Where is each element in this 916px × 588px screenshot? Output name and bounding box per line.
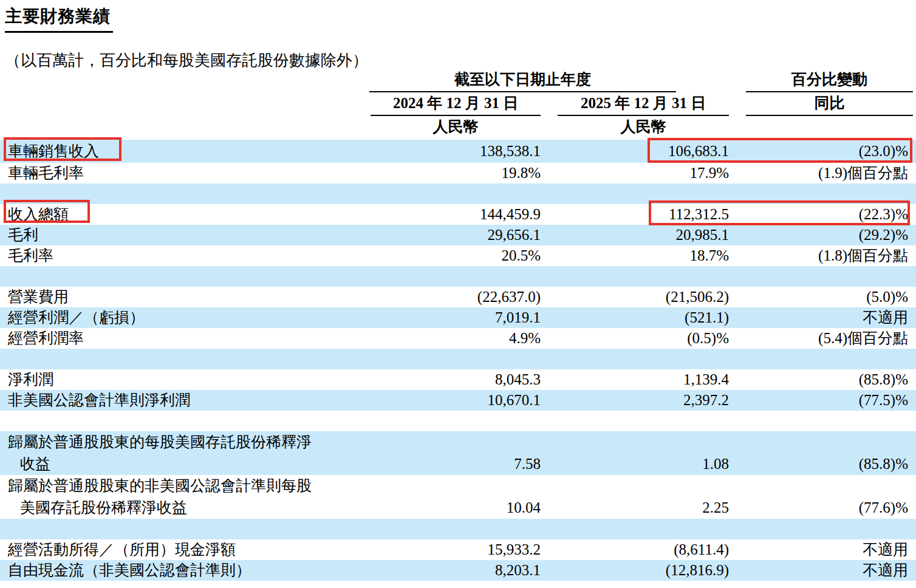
value-2025: 1.08 [541,453,729,475]
value-2024: 8,203.1 [371,560,541,581]
value-2024: 10.04 [371,497,541,519]
table-row: 自由現金流（非美國公認會計準則）8,203.1(12,816.9)不適用 [0,560,916,581]
table-row: 毛利29,656.120,985.1(29.2)% [0,225,916,245]
table-row: 淨利潤8,045.31,139.4(85.8)% [0,369,916,390]
highlight-box-total-revenue-label [4,200,90,223]
row-label: 歸屬於普通股股東的每股美國存託股份稀釋淨收益 [0,431,371,475]
value-change: (85.8)% [729,369,908,390]
row-label: 非美國公認會計準則淨利潤 [0,390,371,411]
table-row: 歸屬於普通股股東的非美國公認會計準則每股美國存託股份稀釋淨收益10.042.25… [0,475,916,519]
table-row: 非美國公認會計準則淨利潤10,670.12,397.2(77.5)% [0,390,916,411]
value-2025: 18.7% [541,245,729,266]
value-2025: 2.25 [541,497,729,519]
header-date-2024: 2024 年 12 月 31 日 [371,92,541,114]
value-2024: 144,459.9 [371,204,541,225]
highlight-box-total-revenue-values [649,200,910,225]
row-label: 毛利率 [0,245,371,266]
value-2025: (21,506.2) [541,287,729,307]
value-2024: 10,670.1 [371,390,541,411]
value-2025: (521.1) [541,307,729,328]
value-change: (5.4)個百分點 [729,328,908,349]
value-2025: (0.5)% [541,328,729,349]
row-label: 營業費用 [0,287,371,307]
header-percent-change-group: 百分比變動 [746,69,913,91]
table-row: 車輛毛利率19.8%17.9%(1.9)個百分點 [0,163,916,183]
header-rule-yoy [746,115,913,116]
table-spacer-row [0,411,916,431]
row-label: 經營利潤／（虧損） [0,307,371,328]
table-row: 經營利潤率4.9%(0.5)%(5.4)個百分點 [0,328,916,349]
row-label: 車輛毛利率 [0,163,371,183]
row-label: 自由現金流（非美國公認會計準則） [0,560,371,581]
value-change: (77.6)% [729,497,908,519]
header-yoy: 同比 [746,92,913,114]
table-row: 經營活動所得／（所用）現金淨額15,933.2(8,611.4)不適用 [0,539,916,560]
value-2024: 7,019.1 [371,307,541,328]
header-date-2025: 2025 年 12 月 31 日 [558,92,729,114]
header-currency-2024: 人民幣 [371,116,541,138]
value-change: (1.9)個百分點 [729,163,908,183]
table-row: 經營利潤／（虧損）7,019.1(521.1)不適用 [0,307,916,328]
highlight-box-vehicle-sales-label [4,137,121,161]
value-2025: 1,139.4 [541,369,729,390]
row-label: 淨利潤 [0,369,371,390]
row-label: 經營利潤率 [0,328,371,349]
value-2024: 138,538.1 [371,140,541,163]
value-2024: 19.8% [371,163,541,183]
row-label: 毛利 [0,225,371,245]
value-2025: 17.9% [541,163,729,183]
table-row: 毛利率20.5%18.7%(1.8)個百分點 [0,245,916,266]
value-change: (85.8)% [729,453,908,475]
table-row: 歸屬於普通股股東的每股美國存託股份稀釋淨收益7.581.08(85.8)% [0,431,916,475]
value-2024: 7.58 [371,453,541,475]
table-spacer-row [0,266,916,287]
value-change: 不適用 [729,307,908,328]
value-change: 不適用 [729,539,908,560]
value-change: 不適用 [729,560,908,581]
table-row: 營業費用(22,637.0)(21,506.2)(5.0)% [0,287,916,307]
value-2025: (12,816.9) [541,560,729,581]
value-change: (1.8)個百分點 [729,245,908,266]
value-change: (77.5)% [729,390,908,411]
page-title: 主要財務業績 [5,5,113,33]
row-label: 經營活動所得／（所用）現金淨額 [0,539,371,560]
value-2024: 29,656.1 [371,225,541,245]
row-label: 歸屬於普通股股東的非美國公認會計準則每股美國存託股份稀釋淨收益 [0,475,371,519]
highlight-box-vehicle-sales-values [648,138,912,163]
value-2024: 20.5% [371,245,541,266]
header-currency-2025: 人民幣 [558,116,729,138]
value-2024: 15,933.2 [371,539,541,560]
table-spacer-row [0,349,916,369]
value-change: (5.0)% [729,287,908,307]
value-2024: (22,637.0) [371,287,541,307]
value-change: (29.2)% [729,225,908,245]
header-period-group: 截至以下日期止年度 [369,69,676,91]
table-spacer-row [0,519,916,539]
value-2025: 2,397.2 [541,390,729,411]
value-2024: 8,045.3 [371,369,541,390]
units-note: （以百萬計，百分比和每股美國存託股份數據除外） [5,50,368,71]
value-2024: 4.9% [371,328,541,349]
value-2025: (8,611.4) [541,539,729,560]
value-2025: 20,985.1 [541,225,729,245]
financial-highlights-document: 主要財務業績 （以百萬計，百分比和每股美國存託股份數據除外） 截至以下日期止年度… [0,0,916,588]
